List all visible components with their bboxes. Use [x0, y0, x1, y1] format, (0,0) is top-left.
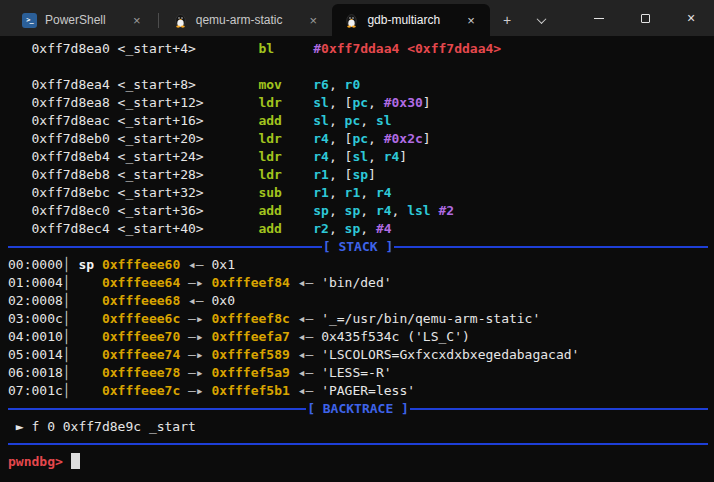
new-tab-button[interactable]: +	[490, 4, 524, 36]
stack-row: 04:0010│ 0xfffeee70 —▸ 0xfffeefa7 ◂— 0x4…	[8, 328, 708, 346]
text-segment	[282, 95, 313, 110]
text-segment: lsl	[407, 203, 430, 218]
text-segment: 02:0008	[8, 293, 63, 308]
text-segment: 0xff7d8ea0 <_start+4>	[8, 41, 258, 56]
text-segment: ,	[329, 113, 345, 128]
text-segment: 0xfffeee6c	[102, 311, 180, 326]
text-segment: 0xff7ddaa4	[321, 41, 399, 56]
text-segment: add	[258, 221, 281, 236]
text-segment: #	[313, 41, 321, 56]
text-segment: ,	[368, 131, 384, 146]
maximize-button[interactable]	[622, 0, 668, 36]
text-segment: ,	[360, 113, 376, 128]
disasm-line: 0xff7d8eb8 <_start+28> ldr r1, [sp]	[8, 166, 708, 184]
text-segment	[71, 347, 102, 362]
minimize-button[interactable]	[576, 0, 622, 36]
text-segment	[282, 113, 313, 128]
text-segment: ◂—	[290, 383, 321, 398]
stack-row: 05:0014│ 0xfffeee74 —▸ 0xfffef589 ◂— 'LS…	[8, 346, 708, 364]
tab-label: gdb-multiarch	[367, 13, 440, 27]
stack-row: 00:0000│ sp 0xfffeee60 ◂— 0x1	[8, 256, 708, 274]
text-segment: r1	[345, 185, 361, 200]
text-segment: 0xff7d8ea4 <_start+8>	[8, 77, 258, 92]
backtrace-section-divider: [ BACKTRACE ]	[8, 400, 708, 418]
text-segment: │	[63, 383, 71, 398]
terminal-window: >_ PowerShell × qemu-arm-static ×	[0, 0, 714, 482]
disasm-line: 0xff7d8ea0 <_start+4> bl #0xff7ddaa4 <0x…	[8, 40, 708, 58]
text-segment: 0xfffef5b1	[212, 383, 290, 398]
text-segment: ]	[423, 95, 431, 110]
text-segment: —▸	[180, 347, 211, 362]
plus-icon: +	[503, 12, 511, 28]
text-segment: sl	[352, 149, 368, 164]
text-segment: 0xff7d8eb8 <_start+28>	[8, 167, 258, 182]
text-segment: bl	[258, 41, 274, 56]
text-segment: │	[63, 329, 71, 344]
text-segment: │	[63, 257, 71, 272]
text-segment: r1	[313, 167, 329, 182]
text-segment: ldr	[258, 131, 281, 146]
text-segment: 0xfffeef84	[212, 275, 290, 290]
text-segment: 0xff7d8eac <_start+16>	[8, 113, 258, 128]
text-segment: sl	[313, 95, 329, 110]
tab-close-icon[interactable]: ×	[128, 11, 146, 29]
prompt-line: pwndbg>	[8, 453, 708, 471]
text-segment	[282, 77, 313, 92]
text-segment: ,	[329, 185, 345, 200]
section-label: [ STACK ]	[322, 238, 394, 256]
text-segment: 'LESS=-R'	[321, 365, 391, 380]
tab-powershell[interactable]: >_ PowerShell ×	[10, 4, 156, 36]
tab-close-icon[interactable]: ×	[462, 11, 480, 29]
terminal-cursor	[71, 453, 80, 469]
disasm-line: 0xff7d8ec4 <_start+40> add r2, sp, #4	[8, 220, 708, 238]
section-label: [ BACKTRACE ]	[306, 400, 410, 418]
text-segment: sp	[352, 167, 368, 182]
text-segment: ldr	[258, 149, 281, 164]
text-segment: 0xfffeee60	[102, 257, 180, 272]
text-segment: 0x1	[212, 257, 235, 272]
text-segment: │	[63, 365, 71, 380]
maximize-icon	[641, 14, 650, 23]
stack-row: 01:0004│ 0xfffeee64 —▸ 0xfffeef84 ◂— 'bi…	[8, 274, 708, 292]
text-segment: r0	[345, 77, 361, 92]
text-segment: 0xff7d8eb0 <_start+20>	[8, 131, 258, 146]
tab-dropdown-button[interactable]	[524, 4, 558, 36]
close-icon: ×	[687, 11, 695, 25]
text-segment: │	[63, 275, 71, 290]
text-segment: │	[63, 347, 71, 362]
text-segment: #4	[376, 221, 392, 236]
tab-gdb-multiarch[interactable]: gdb-multiarch ×	[332, 4, 490, 36]
tab-close-icon[interactable]: ×	[304, 11, 322, 29]
text-segment: pwndbg>	[8, 454, 71, 469]
text-segment	[71, 275, 102, 290]
text-segment: 0xff7d8ea8 <_start+12>	[8, 95, 258, 110]
text-segment	[71, 311, 102, 326]
text-segment: r4	[313, 131, 329, 146]
text-segment	[282, 167, 313, 182]
text-segment: 0xfffeee70	[102, 329, 180, 344]
text-segment: 0xff7d8ec0 <_start+36>	[8, 203, 258, 218]
text-segment: ,	[329, 203, 345, 218]
text-segment	[274, 41, 313, 56]
text-segment: , [	[329, 167, 352, 182]
text-segment: ,	[360, 203, 376, 218]
text-segment	[71, 365, 102, 380]
text-segment: r1	[313, 185, 329, 200]
text-segment	[282, 203, 313, 218]
text-segment	[71, 329, 102, 344]
text-segment: ◂—	[290, 311, 321, 326]
terminal-body[interactable]: 0xff7d8ea0 <_start+4> bl #0xff7ddaa4 <0x…	[0, 36, 714, 482]
powershell-icon: >_	[22, 13, 37, 28]
tab-qemu-arm-static[interactable]: qemu-arm-static ×	[161, 4, 333, 36]
text-segment: 0xfffeee68	[102, 293, 180, 308]
text-segment	[71, 383, 102, 398]
text-segment: , [	[329, 95, 352, 110]
close-window-button[interactable]: ×	[668, 0, 714, 36]
text-segment: ldr	[258, 167, 281, 182]
text-segment: ◂—	[290, 275, 321, 290]
text-segment: —▸	[180, 311, 211, 326]
text-segment	[282, 131, 313, 146]
text-segment	[431, 203, 439, 218]
text-segment: pc	[345, 113, 361, 128]
text-segment: r4	[376, 185, 392, 200]
